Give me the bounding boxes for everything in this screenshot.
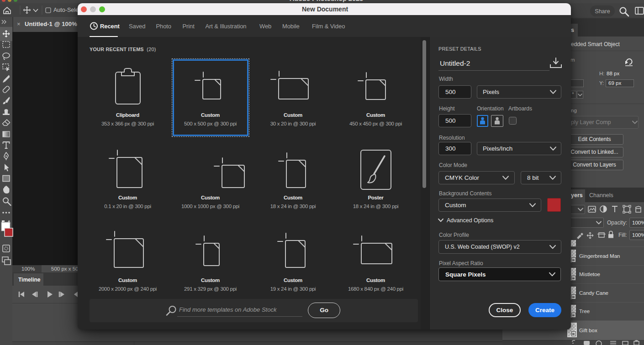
- svg-text:Share: Share: [595, 8, 610, 15]
